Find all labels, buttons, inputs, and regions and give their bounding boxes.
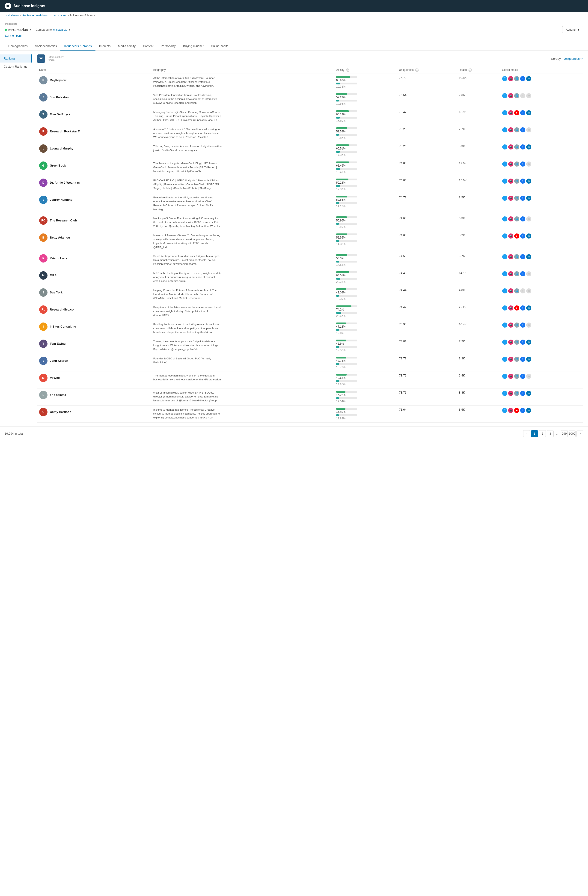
- social-icon-twitter[interactable]: T: [502, 408, 507, 413]
- social-icon-facebook[interactable]: f: [520, 76, 525, 81]
- social-icon-web[interactable]: 🌐: [514, 145, 519, 149]
- social-icon-linkedin[interactable]: in: [526, 145, 531, 149]
- social-icon-instagram[interactable]: 📷: [508, 162, 513, 166]
- social-icon-instagram[interactable]: 📷: [508, 288, 513, 293]
- social-icon-twitter[interactable]: T: [502, 340, 507, 344]
- social-icon-linkedin-disabled[interactable]: in: [526, 127, 531, 133]
- tab-personality[interactable]: Personality: [157, 42, 179, 50]
- filter-icon[interactable]: [37, 55, 45, 63]
- social-icon-web[interactable]: 🌐: [514, 178, 519, 184]
- social-icon-facebook[interactable]: f: [520, 254, 525, 259]
- social-icon-instagram[interactable]: 📷: [508, 216, 513, 221]
- social-icon-twitter[interactable]: T: [502, 127, 507, 133]
- social-icon-web[interactable]: 🌐: [514, 76, 519, 81]
- social-icon-twitter[interactable]: T: [502, 233, 507, 239]
- influencer-name[interactable]: Research Rockstar Tr: [50, 130, 81, 133]
- social-icon-youtube[interactable]: ▶: [514, 110, 519, 115]
- social-icon-facebook[interactable]: f: [520, 408, 525, 413]
- social-icon-web[interactable]: 🌐: [514, 93, 519, 98]
- social-icon-linkedin-disabled[interactable]: in: [526, 288, 531, 293]
- influencer-name[interactable]: Dr. Annie ? Wear a m: [50, 181, 79, 184]
- social-icon-facebook[interactable]: f: [520, 178, 525, 184]
- tab-online-habits[interactable]: Online habits: [207, 42, 232, 50]
- social-icon-youtube[interactable]: ▶: [514, 233, 519, 239]
- social-icon-twitter[interactable]: T: [502, 305, 507, 311]
- social-icon-linkedin-disabled[interactable]: in: [526, 216, 531, 221]
- page-button-1000[interactable]: 1000: [569, 430, 576, 437]
- breadcrumb-mrx[interactable]: mrx, market: [52, 14, 67, 17]
- social-icon-youtube[interactable]: ▶: [514, 305, 519, 311]
- influencer-name[interactable]: Leonard Murphy: [50, 147, 73, 150]
- members-count[interactable]: 314 members: [5, 34, 583, 37]
- influencer-name[interactable]: Tom Ewing: [50, 342, 65, 345]
- social-icon-linkedin-disabled[interactable]: in: [526, 271, 531, 276]
- social-icon-instagram[interactable]: 📷: [508, 233, 513, 239]
- social-icon-web[interactable]: 🌐: [514, 357, 519, 362]
- influencer-name[interactable]: Sue York: [50, 291, 62, 294]
- tab-socioeconomics[interactable]: Socioeconomics: [31, 42, 61, 50]
- social-icon-web[interactable]: 🌐: [514, 162, 519, 166]
- social-icon-twitter[interactable]: T: [502, 374, 507, 379]
- influencer-name[interactable]: Tom De Ruyck: [50, 113, 70, 116]
- sidebar-item-custom-rankings[interactable]: Custom Rankings: [0, 62, 32, 71]
- social-icon-facebook[interactable]: f: [520, 271, 525, 276]
- social-icon-instagram[interactable]: 📷: [508, 145, 513, 149]
- influencer-name[interactable]: eric salama: [50, 393, 66, 396]
- page-button-999[interactable]: 999: [561, 430, 568, 437]
- social-icon-instagram[interactable]: 📷: [508, 340, 513, 344]
- social-icon-twitter[interactable]: T: [502, 357, 507, 362]
- compared-to-link[interactable]: crisbalanzo: [53, 28, 67, 31]
- social-icon-instagram[interactable]: 📷: [508, 178, 513, 184]
- social-icon-facebook[interactable]: f: [520, 110, 525, 115]
- social-icon-web[interactable]: 🌐: [514, 254, 519, 259]
- social-icon-linkedin[interactable]: in: [526, 357, 531, 362]
- social-icon-instagram[interactable]: 📷: [508, 93, 513, 98]
- social-icon-facebook[interactable]: f: [520, 196, 525, 201]
- social-icon-web[interactable]: 🌐: [514, 216, 519, 221]
- influencer-name[interactable]: RayPoynter: [50, 78, 67, 82]
- social-icon-web[interactable]: 🌐: [514, 340, 519, 344]
- social-icon-instagram[interactable]: 📷: [508, 357, 513, 362]
- social-icon-instagram[interactable]: 📷: [508, 323, 513, 328]
- social-icon-web[interactable]: 🌐: [514, 196, 519, 201]
- sidebar-item-ranking[interactable]: Ranking: [0, 55, 32, 62]
- social-icon-instagram[interactable]: 📷: [508, 127, 513, 133]
- social-icon-web[interactable]: 🌐: [514, 271, 519, 276]
- social-icon-linkedin[interactable]: in: [526, 196, 531, 201]
- social-icon-twitter[interactable]: T: [502, 162, 507, 166]
- social-icon-facebook[interactable]: f: [520, 357, 525, 362]
- social-icon-instagram[interactable]: 📷: [508, 196, 513, 201]
- social-icon-facebook[interactable]: f: [520, 145, 525, 149]
- social-icon-linkedin[interactable]: in: [526, 391, 531, 396]
- social-icon-linkedin[interactable]: in: [526, 76, 531, 81]
- social-icon-facebook[interactable]: f: [520, 391, 525, 396]
- social-icon-twitter[interactable]: T: [502, 76, 507, 81]
- influencer-name[interactable]: Jon Puleston: [50, 96, 69, 99]
- audience-chevron[interactable]: ▼: [29, 28, 32, 31]
- influencer-name[interactable]: Jeffrey Henning: [50, 198, 72, 201]
- social-icon-instagram[interactable]: 📷: [508, 391, 513, 396]
- social-icon-facebook[interactable]: f: [520, 305, 525, 311]
- social-icon-linkedin[interactable]: in: [526, 233, 531, 239]
- influencer-name[interactable]: MrWeb: [50, 376, 60, 379]
- page-button-3[interactable]: 3: [547, 430, 554, 437]
- social-icon-facebook[interactable]: f: [520, 374, 525, 379]
- social-icon-linkedin[interactable]: in: [526, 110, 531, 115]
- social-icon-twitter[interactable]: T: [502, 110, 507, 115]
- social-icon-twitter[interactable]: T: [502, 323, 507, 328]
- social-icon-instagram[interactable]: 📷: [508, 110, 513, 115]
- social-icon-linkedin-disabled[interactable]: in: [526, 374, 531, 379]
- social-icon-instagram[interactable]: 📷: [508, 271, 513, 276]
- tab-media-affinity[interactable]: Media affinity: [114, 42, 139, 50]
- social-icon-linkedin[interactable]: in: [526, 340, 531, 344]
- tab-influencers[interactable]: Influencers & brands: [61, 42, 95, 50]
- social-icon-facebook[interactable]: f: [520, 162, 525, 166]
- influencer-name[interactable]: Kristin Luck: [50, 256, 67, 260]
- social-icon-facebook[interactable]: f: [520, 127, 525, 133]
- page-button-2[interactable]: 2: [539, 430, 546, 437]
- social-icon-linkedin-disabled[interactable]: in: [526, 162, 531, 166]
- social-icon-twitter[interactable]: T: [502, 196, 507, 201]
- prev-page-button[interactable]: ←: [523, 430, 530, 437]
- influencer-name[interactable]: MRS: [50, 274, 56, 277]
- influencer-name[interactable]: Cathy Harrison: [50, 410, 71, 414]
